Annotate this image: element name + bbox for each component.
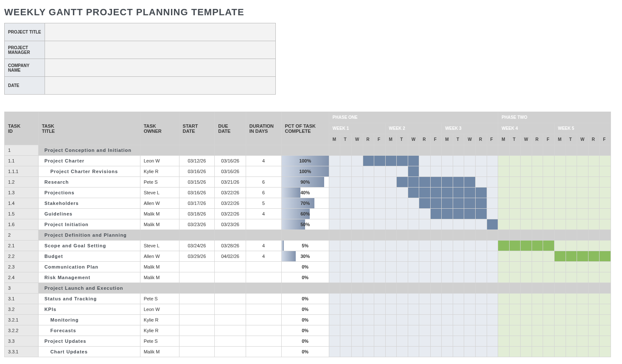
gantt-cell[interactable] [588, 230, 600, 241]
gantt-cell[interactable] [340, 294, 352, 304]
gantt-cell[interactable] [498, 219, 510, 230]
gantt-cell[interactable] [555, 177, 566, 188]
gantt-cell[interactable] [419, 251, 431, 262]
gantt-cell[interactable] [329, 251, 340, 262]
gantt-cell[interactable] [419, 283, 431, 294]
cell-task-owner[interactable]: Allen W [140, 198, 179, 209]
gantt-cell[interactable] [588, 325, 600, 336]
gantt-cell[interactable] [588, 262, 600, 272]
gantt-cell[interactable] [340, 145, 352, 156]
gantt-cell[interactable] [442, 294, 453, 304]
cell-start-date[interactable] [179, 304, 215, 315]
gantt-cell[interactable] [374, 209, 386, 219]
cell-task-owner[interactable]: Kylie R [140, 325, 179, 336]
gantt-cell[interactable] [577, 188, 588, 198]
gantt-cell[interactable] [577, 251, 588, 262]
gantt-cell[interactable] [543, 304, 555, 315]
cell-duration[interactable] [246, 219, 281, 230]
gantt-cell[interactable] [600, 251, 611, 262]
gantt-cell[interactable] [442, 188, 453, 198]
gantt-cell[interactable] [408, 272, 419, 283]
gantt-cell[interactable] [363, 262, 374, 272]
gantt-cell[interactable] [566, 304, 577, 315]
gantt-cell[interactable] [408, 304, 419, 315]
gantt-cell[interactable] [566, 177, 577, 188]
cell-task-id[interactable]: 1.1 [5, 156, 39, 166]
gantt-cell[interactable] [555, 145, 566, 156]
cell-task-owner[interactable]: Leon W [140, 304, 179, 315]
gantt-cell[interactable] [453, 304, 464, 315]
gantt-cell[interactable] [340, 241, 352, 251]
gantt-cell[interactable] [408, 166, 419, 177]
gantt-cell[interactable] [543, 262, 555, 272]
gantt-cell[interactable] [521, 262, 532, 272]
gantt-cell[interactable] [340, 177, 352, 188]
cell-task-id[interactable]: 2.3 [5, 262, 39, 272]
gantt-cell[interactable] [430, 156, 442, 166]
gantt-cell[interactable] [588, 145, 600, 156]
gantt-cell[interactable] [374, 145, 386, 156]
gantt-cell[interactable] [588, 241, 600, 251]
gantt-cell[interactable] [532, 145, 543, 156]
gantt-cell[interactable] [532, 166, 543, 177]
gantt-cell[interactable] [577, 198, 588, 209]
gantt-cell[interactable] [329, 209, 340, 219]
gantt-cell[interactable] [532, 251, 543, 262]
gantt-cell[interactable] [419, 177, 431, 188]
cell-due-date[interactable] [215, 262, 246, 272]
gantt-cell[interactable] [419, 315, 431, 325]
gantt-cell[interactable] [566, 251, 577, 262]
gantt-cell[interactable] [397, 325, 408, 336]
gantt-cell[interactable] [408, 262, 419, 272]
gantt-cell[interactable] [442, 325, 453, 336]
gantt-cell[interactable] [363, 304, 374, 315]
cell-start-date[interactable] [179, 272, 215, 283]
gantt-cell[interactable] [498, 294, 510, 304]
gantt-cell[interactable] [487, 347, 498, 357]
gantt-cell[interactable] [600, 156, 611, 166]
gantt-cell[interactable] [475, 177, 487, 188]
gantt-cell[interactable] [532, 177, 543, 188]
gantt-cell[interactable] [521, 219, 532, 230]
gantt-cell[interactable] [453, 145, 464, 156]
gantt-cell[interactable] [509, 325, 521, 336]
cell-due-date[interactable]: 04/02/26 [215, 251, 246, 262]
gantt-cell[interactable] [600, 166, 611, 177]
gantt-cell[interactable] [340, 198, 352, 209]
gantt-cell[interactable] [577, 272, 588, 283]
gantt-cell[interactable] [351, 209, 363, 219]
gantt-cell[interactable] [374, 198, 386, 209]
gantt-cell[interactable] [521, 177, 532, 188]
gantt-cell[interactable] [351, 325, 363, 336]
gantt-cell[interactable] [566, 188, 577, 198]
gantt-cell[interactable] [430, 198, 442, 209]
cell-task-title[interactable]: KPIs [38, 304, 140, 315]
gantt-cell[interactable] [419, 336, 431, 347]
cell-task-owner[interactable]: Steve L [140, 188, 179, 198]
gantt-cell[interactable] [408, 294, 419, 304]
gantt-cell[interactable] [566, 156, 577, 166]
gantt-cell[interactable] [385, 145, 397, 156]
cell-task-title[interactable]: Scope and Goal Setting [38, 241, 140, 251]
gantt-cell[interactable] [453, 315, 464, 325]
gantt-cell[interactable] [442, 315, 453, 325]
gantt-cell[interactable] [351, 272, 363, 283]
gantt-cell[interactable] [566, 166, 577, 177]
gantt-cell[interactable] [397, 219, 408, 230]
gantt-cell[interactable] [487, 209, 498, 219]
gantt-cell[interactable] [600, 209, 611, 219]
gantt-cell[interactable] [475, 294, 487, 304]
gantt-cell[interactable] [397, 241, 408, 251]
cell-due-date[interactable]: 03/23/26 [215, 219, 246, 230]
gantt-cell[interactable] [487, 325, 498, 336]
gantt-cell[interactable] [385, 230, 397, 241]
cell-task-title[interactable]: Communication Plan [38, 262, 140, 272]
gantt-cell[interactable] [453, 272, 464, 283]
gantt-cell[interactable] [397, 294, 408, 304]
cell-task-owner[interactable]: Allen W [140, 251, 179, 262]
gantt-cell[interactable] [532, 156, 543, 166]
gantt-cell[interactable] [555, 272, 566, 283]
gantt-cell[interactable] [487, 262, 498, 272]
gantt-cell[interactable] [363, 325, 374, 336]
gantt-cell[interactable] [577, 219, 588, 230]
